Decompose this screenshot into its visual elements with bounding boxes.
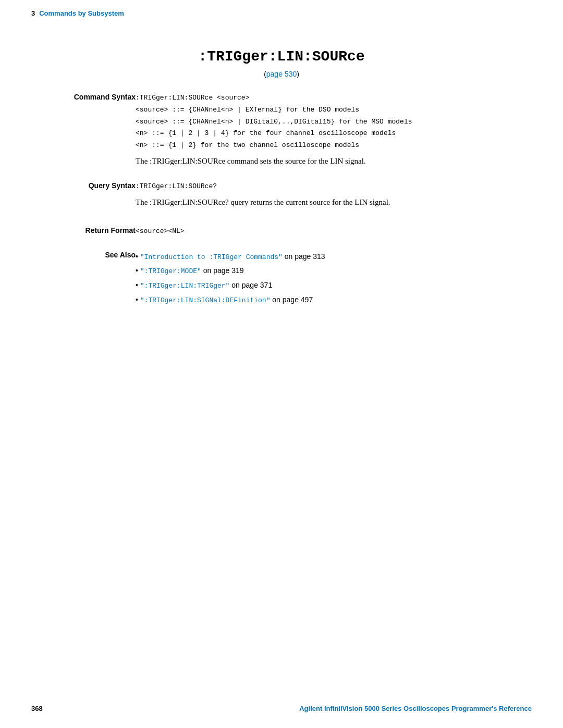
spacer-1 bbox=[42, 173, 521, 179]
see-also-link-3[interactable]: ":TRIGger:LIN:TRIGger" bbox=[140, 282, 230, 290]
syntax-line-3: <source> ::= {CHANnel<n> | DIGital0,..,D… bbox=[136, 117, 521, 128]
see-also-row: See Also "Introduction to :TRIGger Comma… bbox=[42, 249, 521, 311]
footer-title: Agilent InfiniiVision 5000 Series Oscill… bbox=[299, 705, 532, 712]
command-syntax-content: :TRIGger:LIN:SOURce <source> <source> ::… bbox=[136, 91, 521, 173]
see-also-link-4[interactable]: ":TRIGger:LIN:SIGNal:DEFinition" bbox=[140, 297, 271, 304]
page-header: 3 Commands by Subsystem bbox=[0, 0, 563, 22]
query-syntax-content: :TRIGger:LIN:SOURce? The :TRIGger:LIN:SO… bbox=[136, 179, 521, 214]
query-syntax-row: Query Syntax :TRIGger:LIN:SOURce? The :T… bbox=[42, 179, 521, 214]
page-number-ref: 530 bbox=[285, 70, 297, 78]
command-heading: :TRIGger:LIN:SOURce bbox=[42, 48, 521, 65]
see-also-content: "Introduction to :TRIGger Commands" on p… bbox=[136, 249, 521, 311]
page-footer: 368 Agilent InfiniiVision 5000 Series Os… bbox=[0, 705, 563, 712]
see-also-plain-4: on page 497 bbox=[270, 295, 313, 304]
see-also-plain-3: on page 371 bbox=[229, 281, 272, 289]
query-syntax-description: The :TRIGger:LIN:SOURce? query returns t… bbox=[136, 196, 521, 208]
spacer-3 bbox=[42, 242, 521, 249]
see-also-label: See Also bbox=[42, 249, 136, 311]
chapter-number: 3 bbox=[31, 9, 35, 17]
see-also-item-3: ":TRIGger:LIN:TRIGger" on page 371 bbox=[136, 279, 521, 292]
syntax-line-4: <n> ::= {1 | 2 | 3 | 4} for the four cha… bbox=[136, 128, 521, 139]
command-syntax-row: Command Syntax :TRIGger:LIN:SOURce <sour… bbox=[42, 91, 521, 173]
see-also-link-2[interactable]: ":TRIGger:MODE" bbox=[140, 267, 201, 275]
see-also-plain-1: on page 313 bbox=[283, 252, 325, 261]
command-syntax-description: The :TRIGger:LIN:SOURce command sets the… bbox=[136, 155, 521, 167]
command-syntax-label: Command Syntax bbox=[42, 91, 136, 173]
see-also-item-4: ":TRIGger:LIN:SIGNal:DEFinition" on page… bbox=[136, 294, 521, 306]
query-syntax-line: :TRIGger:LIN:SOURce? bbox=[136, 181, 521, 192]
see-page: (page 530) bbox=[42, 70, 521, 78]
chapter-title: Commands by Subsystem bbox=[39, 9, 124, 17]
syntax-line-1: :TRIGger:LIN:SOURce <source> bbox=[136, 93, 521, 104]
see-also-link-1[interactable]: "Introduction to :TRIGger Commands" bbox=[140, 253, 283, 261]
see-also-item-1: "Introduction to :TRIGger Commands" on p… bbox=[136, 251, 521, 263]
return-format-label: Return Format bbox=[42, 221, 136, 242]
page: 3 Commands by Subsystem :TRIGger:LIN:SOU… bbox=[0, 0, 563, 728]
see-also-plain-2: on page 319 bbox=[201, 266, 244, 275]
return-format-line: <source><NL> bbox=[136, 226, 521, 237]
return-format-content: <source><NL> bbox=[136, 221, 521, 242]
see-also-list: "Introduction to :TRIGger Commands" on p… bbox=[136, 251, 521, 306]
syntax-line-2: <source> ::= {CHANnel<n> | EXTernal} for… bbox=[136, 105, 521, 116]
return-format-row: Return Format <source><NL> bbox=[42, 221, 521, 242]
content-area: :TRIGger:LIN:SOURce (page 530) Command S… bbox=[0, 22, 563, 342]
query-syntax-label: Query Syntax bbox=[42, 179, 136, 214]
footer-page-number: 368 bbox=[31, 705, 43, 712]
see-also-item-2: ":TRIGger:MODE" on page 319 bbox=[136, 265, 521, 277]
doc-table: Command Syntax :TRIGger:LIN:SOURce <sour… bbox=[42, 91, 521, 311]
syntax-line-5: <n> ::= {1 | 2} for the two channel osci… bbox=[136, 140, 521, 151]
see-page-link[interactable]: page 530 bbox=[266, 70, 297, 78]
spacer-2 bbox=[42, 215, 521, 221]
